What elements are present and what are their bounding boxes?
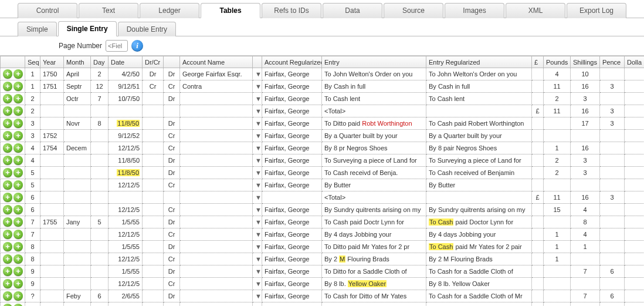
cell-year[interactable]: [40, 191, 64, 204]
dropdown-icon[interactable]: ▼: [253, 179, 262, 191]
cell-dollars[interactable]: [625, 167, 645, 179]
cell-seq[interactable]: 3: [25, 130, 40, 142]
cell-account-reg[interactable]: Fairfax, George: [262, 265, 322, 278]
dropdown-icon[interactable]: ▼: [253, 290, 262, 302]
cell-date[interactable]: 9/12/51: [109, 80, 143, 93]
cell-drcr-norm[interactable]: Cr: [164, 278, 180, 290]
cell-year[interactable]: 1754: [40, 142, 64, 154]
cell-pounds[interactable]: 15: [544, 204, 571, 216]
cell-dollars[interactable]: [625, 130, 645, 142]
col-header[interactable]: Dolla: [625, 56, 645, 68]
cell-seq[interactable]: 9: [25, 278, 40, 290]
cell-month[interactable]: [64, 130, 91, 142]
dropdown-icon[interactable]: ▼: [253, 265, 262, 278]
cell-pound-sym[interactable]: [532, 117, 544, 130]
cell-seq[interactable]: 6: [25, 191, 40, 204]
cell-year[interactable]: 1752: [40, 130, 64, 142]
cell-drcr[interactable]: Dr: [143, 68, 164, 80]
cell-pound-sym[interactable]: [532, 278, 544, 290]
main-tab-ledger[interactable]: Ledger: [140, 3, 199, 18]
cell-month[interactable]: [64, 204, 91, 216]
table-row[interactable]: 411/8/50Dr▼Fairfax, GeorgeTo Surveying a…: [1, 154, 645, 167]
cell-entry[interactable]: To Cash paid Doctr Lynn for: [322, 216, 426, 228]
cell-month[interactable]: April: [64, 68, 91, 80]
dropdown-icon[interactable]: ▼: [253, 216, 262, 228]
table-row[interactable]: 317529/12/52Cr▼Fairfax, GeorgeBy a Quart…: [1, 130, 645, 142]
add-row-icon[interactable]: [3, 279, 12, 288]
cell-day[interactable]: 8: [91, 117, 109, 130]
main-tab-xml[interactable]: XML: [506, 3, 565, 18]
cell-date[interactable]: 12/12/5: [109, 204, 143, 216]
cell-drcr[interactable]: [143, 204, 164, 216]
cell-pound-sym[interactable]: [532, 290, 544, 302]
cell-seq[interactable]: 8: [25, 241, 40, 253]
cell-dollars[interactable]: [625, 80, 645, 93]
cell-account-name[interactable]: [180, 241, 253, 253]
cell-pence[interactable]: 6: [600, 290, 625, 302]
cell-drcr-norm[interactable]: Cr: [164, 302, 180, 307]
cell-account-reg[interactable]: Fairfax, George: [262, 167, 322, 179]
cell-pence[interactable]: [600, 228, 625, 241]
main-tab-data[interactable]: Data: [323, 3, 382, 18]
cell-year[interactable]: [40, 93, 64, 105]
cell-pence[interactable]: [600, 68, 625, 80]
cell-dollars[interactable]: [625, 216, 645, 228]
table-row[interactable]: 511/8/50Dr▼Fairfax, GeorgeTo Cash receiv…: [1, 167, 645, 179]
cell-account-name[interactable]: Contra: [180, 80, 253, 93]
cell-entry[interactable]: To Cash receivd of Benja.: [322, 167, 426, 179]
main-tab-export-log[interactable]: Export Log: [567, 3, 626, 18]
cell-day[interactable]: [91, 241, 109, 253]
cell-date[interactable]: [109, 191, 143, 204]
cell-drcr-norm[interactable]: Cr: [164, 80, 180, 93]
table-row[interactable]: 2Octr710/7/50Dr▼Fairfax, GeorgeTo Cash l…: [1, 93, 645, 105]
cell-drcr-norm[interactable]: Dr: [164, 216, 180, 228]
cell-pounds[interactable]: [544, 179, 571, 191]
cell-seq[interactable]: 5: [25, 167, 40, 179]
page-number-input[interactable]: [106, 40, 128, 52]
sub-tab-simple[interactable]: Simple: [18, 22, 57, 36]
cell-entry-reg[interactable]: By Cash in full: [426, 80, 532, 93]
cell-day[interactable]: [91, 253, 109, 265]
add-row-icon[interactable]: [13, 242, 23, 251]
cell-pence[interactable]: 7.5: [600, 302, 625, 307]
cell-pounds[interactable]: 2: [544, 167, 571, 179]
add-row-icon[interactable]: [3, 156, 12, 165]
add-row-icon[interactable]: [3, 180, 12, 190]
cell-shillings[interactable]: [571, 253, 600, 265]
add-row-icon[interactable]: [13, 106, 23, 116]
cell-shillings[interactable]: 7: [571, 290, 600, 302]
cell-drcr[interactable]: [143, 130, 164, 142]
table-row[interactable]: 11750April24/2/50DrDrGeorge Fairfax Esqr…: [1, 68, 645, 80]
cell-pound-sym[interactable]: [532, 228, 544, 241]
cell-year[interactable]: [40, 241, 64, 253]
cell-entry[interactable]: To Surveying a piece of Land for: [322, 154, 426, 167]
cell-dollars[interactable]: [625, 278, 645, 290]
cell-month[interactable]: Feby: [64, 290, 91, 302]
sub-tab-single-entry[interactable]: Single Entry: [58, 21, 117, 36]
cell-pounds[interactable]: 11: [544, 191, 571, 204]
add-row-icon[interactable]: [3, 291, 12, 301]
cell-account-name[interactable]: [180, 278, 253, 290]
cell-day[interactable]: [91, 130, 109, 142]
add-row-icon[interactable]: [3, 230, 12, 239]
cell-dollars[interactable]: [625, 302, 645, 307]
cell-shillings[interactable]: [571, 179, 600, 191]
cell-drcr[interactable]: [143, 253, 164, 265]
cell-pence[interactable]: [600, 167, 625, 179]
cell-year[interactable]: [40, 302, 64, 307]
add-row-icon[interactable]: [13, 205, 23, 214]
sub-tab-double-entry[interactable]: Double Entry: [118, 22, 176, 36]
cell-dollars[interactable]: [625, 265, 645, 278]
add-row-icon[interactable]: [3, 304, 12, 306]
cell-day[interactable]: 6: [91, 290, 109, 302]
cell-shillings[interactable]: 16: [571, 191, 600, 204]
cell-drcr-norm[interactable]: [164, 191, 180, 204]
main-tab-tables[interactable]: Tables: [201, 3, 260, 18]
cell-pounds[interactable]: 11: [544, 105, 571, 117]
cell-year[interactable]: 1750: [40, 68, 64, 80]
add-row-icon[interactable]: [3, 143, 12, 153]
cell-year[interactable]: 1755: [40, 216, 64, 228]
cell-account-reg[interactable]: Fairfax, George: [262, 105, 322, 117]
cell-pounds[interactable]: [544, 278, 571, 290]
add-row-icon[interactable]: [13, 254, 23, 264]
